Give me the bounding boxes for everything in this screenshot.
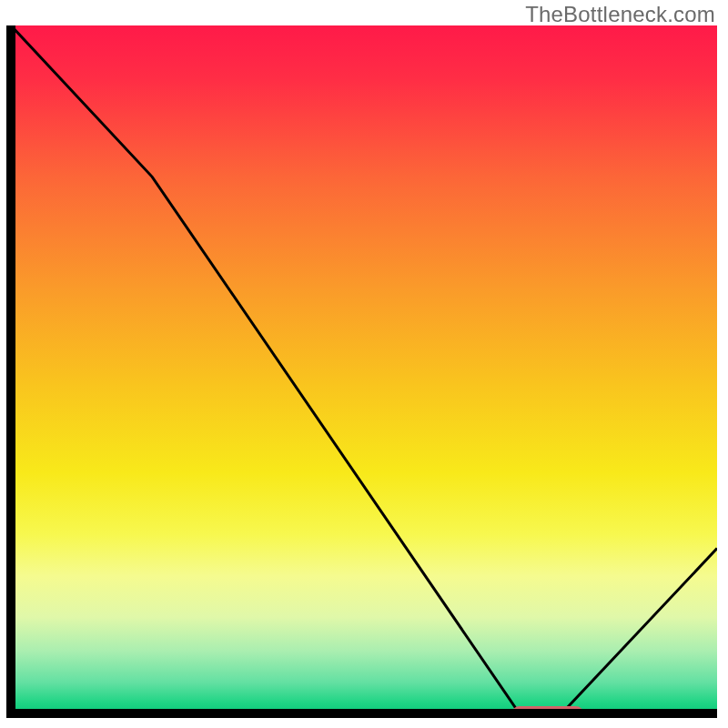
- watermark-text: TheBottleneck.com: [525, 2, 715, 27]
- bottleneck-chart: [0, 0, 728, 728]
- chart-container: { "watermark": "TheBottleneck.com", "cha…: [0, 0, 728, 728]
- gradient-background: [11, 25, 717, 713]
